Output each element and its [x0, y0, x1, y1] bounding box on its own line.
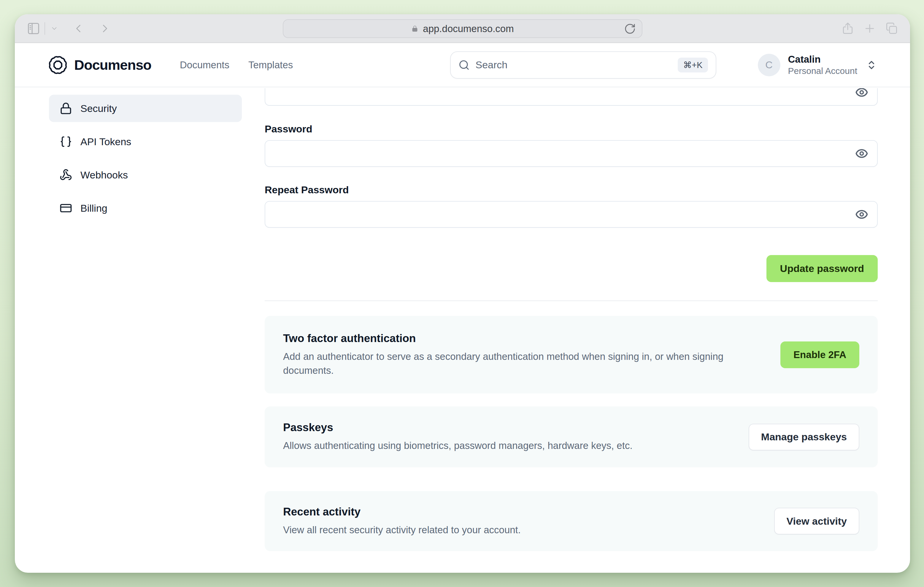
search-icon [459, 60, 470, 71]
chevrons-up-down-icon [866, 60, 877, 70]
account-name: Catalin [788, 53, 857, 65]
sidebar-item-label: Webhooks [81, 169, 128, 181]
manage-passkeys-button[interactable]: Manage passkeys [749, 424, 859, 450]
enable-2fa-button[interactable]: Enable 2FA [780, 341, 859, 368]
brand-name: Documenso [74, 57, 151, 73]
forward-icon[interactable] [99, 22, 112, 35]
main-nav: Documents Templates [180, 60, 293, 71]
lock-icon [59, 102, 72, 115]
view-activity-button[interactable]: View activity [774, 508, 860, 534]
app-header: Documenso Documents Templates Search ⌘+K… [15, 43, 910, 87]
credit-card-icon [59, 202, 72, 214]
eye-icon[interactable] [855, 208, 868, 221]
documenso-logo[interactable]: Documenso [48, 55, 151, 75]
repeat-password-input[interactable] [265, 201, 878, 228]
sidebar-item-billing[interactable]: Billing [49, 195, 242, 222]
section-divider [265, 301, 878, 301]
browser-toolbar: app.documenso.com [15, 14, 910, 43]
address-bar[interactable]: app.documenso.com [283, 19, 642, 38]
account-type: Personal Account [788, 65, 857, 77]
search-shortcut-badge: ⌘+K [678, 58, 708, 73]
sidebar-item-security[interactable]: Security [49, 95, 242, 122]
eye-icon[interactable] [855, 147, 868, 160]
tab-overview-icon[interactable] [885, 22, 898, 35]
reload-icon[interactable] [624, 23, 636, 35]
back-icon[interactable] [72, 22, 85, 35]
lock-icon [411, 25, 419, 33]
webhook-icon [59, 169, 72, 181]
search-input[interactable]: Search ⌘+K [450, 51, 716, 79]
sidebar-item-label: Security [81, 103, 117, 114]
sidebar-toggle-icon[interactable] [27, 21, 40, 35]
update-password-button[interactable]: Update password [766, 255, 878, 282]
braces-icon [59, 136, 72, 148]
passkeys-description: Allows authenticating using biometrics, … [283, 438, 633, 453]
sidebar-item-label: API Tokens [81, 136, 131, 147]
current-password-field-clipped [265, 88, 878, 106]
avatar: C [758, 54, 780, 76]
two-factor-description: Add an authenticator to serve as a secon… [283, 349, 770, 377]
recent-activity-description: View all recent security activity relate… [283, 523, 521, 537]
two-factor-title: Two factor authentication [283, 332, 770, 345]
account-menu[interactable]: C Catalin Personal Account [758, 53, 877, 77]
eye-icon[interactable] [855, 88, 868, 99]
sidebar-item-label: Billing [81, 202, 107, 214]
share-icon[interactable] [841, 22, 854, 35]
current-password-input[interactable] [265, 88, 878, 106]
nav-documents[interactable]: Documents [180, 60, 229, 71]
toolbar-divider [45, 22, 45, 35]
nav-templates[interactable]: Templates [248, 60, 293, 71]
recent-activity-card: Recent activity View all recent security… [265, 491, 878, 551]
recent-activity-title: Recent activity [283, 506, 521, 518]
sidebar-item-webhooks[interactable]: Webhooks [49, 161, 242, 189]
passkeys-title: Passkeys [283, 421, 633, 434]
url-text: app.documenso.com [423, 23, 514, 35]
browser-window: app.documenso.com Documenso [15, 14, 910, 573]
two-factor-card: Two factor authentication Add an authent… [265, 316, 878, 394]
password-input[interactable] [265, 140, 878, 167]
password-label: Password [265, 123, 878, 135]
chevron-down-icon[interactable] [50, 25, 58, 32]
passkeys-card: Passkeys Allows authenticating using bio… [265, 407, 878, 467]
repeat-password-label: Repeat Password [265, 184, 878, 196]
documenso-logo-icon [48, 55, 68, 75]
security-settings-main: Password Repeat Password Update password… [265, 87, 878, 551]
search-placeholder: Search [476, 59, 678, 71]
settings-sidebar: Security API Tokens Webhooks Billing [49, 95, 242, 551]
sidebar-item-api-tokens[interactable]: API Tokens [49, 128, 242, 155]
new-tab-icon[interactable] [863, 22, 876, 35]
